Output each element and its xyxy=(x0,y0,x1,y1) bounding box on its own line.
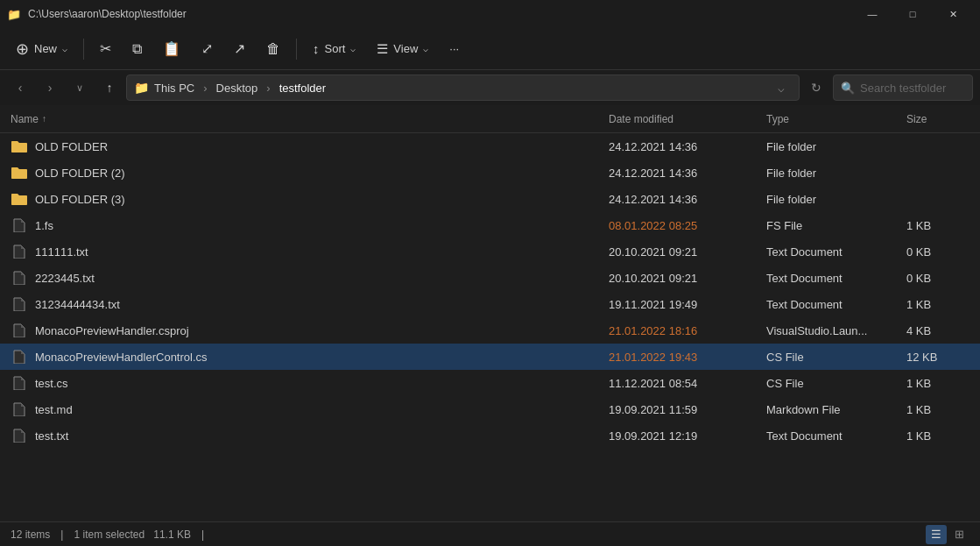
sort-asc-icon: ↑ xyxy=(42,114,46,124)
file-icon xyxy=(11,297,28,311)
table-row[interactable]: MonacoPreviewHandlerControl.cs 21.01.202… xyxy=(0,344,980,370)
table-row[interactable]: 111111.txt 20.10.2021 09:21 Text Documen… xyxy=(0,238,980,265)
maximize-button[interactable]: □ xyxy=(892,0,933,28)
table-row[interactable]: OLD FOLDER (3) 24.12.2021 14:36 File fol… xyxy=(0,186,980,212)
delete-button[interactable]: 🗑 xyxy=(257,36,289,62)
file-icon xyxy=(11,245,28,259)
address-dropdown-button[interactable]: ⌵ xyxy=(771,74,792,101)
details-view-button[interactable]: ☰ xyxy=(926,525,947,544)
table-row[interactable]: 1.fs 08.01.2022 08:25 FS File 1 KB xyxy=(0,212,980,238)
forward-button[interactable]: › xyxy=(37,74,63,101)
table-row[interactable]: 31234444434.txt 19.11.2021 19:49 Text Do… xyxy=(0,291,980,317)
table-row[interactable]: 2223445.txt 20.10.2021 09:21 Text Docume… xyxy=(0,265,980,291)
separator-2 xyxy=(296,39,297,60)
file-name-cell: 111111.txt xyxy=(7,245,605,259)
file-date-cell: 20.10.2021 09:21 xyxy=(605,272,763,285)
new-chevron-icon: ⌵ xyxy=(62,44,67,53)
file-name-cell: MonacoPreviewHandler.csproj xyxy=(7,323,605,337)
file-type-cell: File folder xyxy=(763,193,903,206)
address-bar[interactable]: 📁 This PC › Desktop › testfolder ⌵ xyxy=(126,74,800,101)
file-size-cell: 1 KB xyxy=(903,429,973,443)
file-type-cell: Text Document xyxy=(763,245,903,259)
file-date-cell: 08.01.2022 08:25 xyxy=(605,219,763,232)
status-sep-2: | xyxy=(201,528,204,541)
view-button[interactable]: ☰ View ⌵ xyxy=(368,36,437,62)
file-type-cell: CS File xyxy=(763,351,903,364)
view-chevron-icon: ⌵ xyxy=(423,44,428,53)
file-date-cell: 19.09.2021 12:19 xyxy=(605,429,763,443)
file-name-cell: 2223445.txt xyxy=(7,271,605,285)
file-date-cell: 21.01.2022 19:43 xyxy=(605,351,763,364)
move-icon: ⤢ xyxy=(201,40,213,57)
file-name-cell: OLD FOLDER (2) xyxy=(7,166,605,180)
more-button[interactable]: ··· xyxy=(441,37,468,60)
status-bar: 12 items | 1 item selected 11.1 KB | ☰ ⊞ xyxy=(0,521,980,546)
folder-icon xyxy=(11,139,28,153)
file-type-cell: Markdown File xyxy=(763,403,903,416)
file-size-cell: 1 KB xyxy=(903,377,973,390)
file-icon xyxy=(11,376,28,390)
view-icon: ☰ xyxy=(377,41,388,57)
table-row[interactable]: OLD FOLDER (2) 24.12.2021 14:36 File fol… xyxy=(0,160,980,186)
back-button[interactable]: ‹ xyxy=(7,74,33,101)
file-date-cell: 11.12.2021 08:54 xyxy=(605,377,763,390)
up-button[interactable]: ↑ xyxy=(96,74,123,101)
more-icon: ··· xyxy=(449,42,459,55)
col-name[interactable]: Name ↑ xyxy=(7,113,605,125)
file-date-cell: 24.12.2021 14:36 xyxy=(605,140,763,153)
file-type-cell: CS File xyxy=(763,377,903,390)
file-rows: OLD FOLDER 24.12.2021 14:36 File folder … xyxy=(0,133,980,449)
file-name-cell: test.txt xyxy=(7,429,605,443)
file-size-cell: 12 KB xyxy=(903,351,973,364)
file-name-cell: MonacoPreviewHandlerControl.cs xyxy=(7,350,605,364)
toolbar: ⊕ New ⌵ ✂ ⧉ 📋 ⤢ ↗ 🗑 ↕ Sort ⌵ ☰ View ⌵ ··… xyxy=(0,28,980,70)
table-row[interactable]: test.md 19.09.2021 11:59 Markdown File 1… xyxy=(0,396,980,422)
minimize-button[interactable]: — xyxy=(852,0,892,28)
search-bar[interactable]: 🔍 Search testfolder xyxy=(833,74,973,101)
file-list-container[interactable]: Name ↑ Date modified Type Size OLD FOLDE… xyxy=(0,105,980,521)
file-size-cell: 4 KB xyxy=(903,324,973,337)
window-controls: — □ ✕ xyxy=(852,0,973,28)
paste-button[interactable]: 📋 xyxy=(154,35,189,62)
file-type-cell: File folder xyxy=(763,167,903,180)
file-name-cell: 31234444434.txt xyxy=(7,297,605,311)
folder-icon xyxy=(11,166,28,180)
copy-button[interactable]: ⧉ xyxy=(123,36,151,62)
paste-icon: 📋 xyxy=(163,40,180,57)
crumb-testfolder[interactable]: testfolder xyxy=(279,82,326,95)
table-row[interactable]: MonacoPreviewHandler.csproj 21.01.2022 1… xyxy=(0,317,980,344)
file-icon xyxy=(11,350,28,364)
new-button[interactable]: ⊕ New ⌵ xyxy=(7,34,76,64)
sort-chevron-icon: ⌵ xyxy=(350,44,356,53)
share-button[interactable]: ↗ xyxy=(225,35,254,62)
file-size-cell: 1 KB xyxy=(903,298,973,311)
copy-icon: ⧉ xyxy=(132,41,142,57)
selected-info: 1 item selected 11.1 KB xyxy=(74,528,190,541)
refresh-button[interactable]: ↻ xyxy=(803,74,829,101)
crumb-thispc[interactable]: This PC xyxy=(154,82,194,95)
recent-button[interactable]: ∨ xyxy=(67,74,93,101)
large-icons-view-button[interactable]: ⊞ xyxy=(948,525,969,544)
search-icon: 🔍 xyxy=(841,82,855,95)
file-icon xyxy=(11,218,28,232)
table-row[interactable]: OLD FOLDER 24.12.2021 14:36 File folder xyxy=(0,133,980,160)
cut-button[interactable]: ✂ xyxy=(91,35,120,62)
sort-button[interactable]: ↕ Sort ⌵ xyxy=(304,36,364,61)
table-row[interactable]: test.cs 11.12.2021 08:54 CS File 1 KB xyxy=(0,370,980,396)
file-size-cell: 1 KB xyxy=(903,403,973,416)
crumb-desktop[interactable]: Desktop xyxy=(216,82,258,95)
title-bar: 📁 C:\Users\aaron\Desktop\testfolder — □ … xyxy=(0,0,980,28)
file-size-cell: 0 KB xyxy=(903,245,973,259)
col-date[interactable]: Date modified xyxy=(605,113,763,125)
close-button[interactable]: ✕ xyxy=(933,0,973,28)
move-button[interactable]: ⤢ xyxy=(193,35,222,62)
file-icon xyxy=(11,271,28,285)
col-type[interactable]: Type xyxy=(763,113,903,125)
table-row[interactable]: test.txt 19.09.2021 12:19 Text Document … xyxy=(0,422,980,449)
file-type-cell: FS File xyxy=(763,219,903,232)
folder-icon xyxy=(11,192,28,206)
file-date-cell: 19.09.2021 11:59 xyxy=(605,403,763,416)
file-date-cell: 24.12.2021 14:36 xyxy=(605,193,763,206)
col-size[interactable]: Size xyxy=(903,113,973,125)
file-type-cell: Text Document xyxy=(763,298,903,311)
